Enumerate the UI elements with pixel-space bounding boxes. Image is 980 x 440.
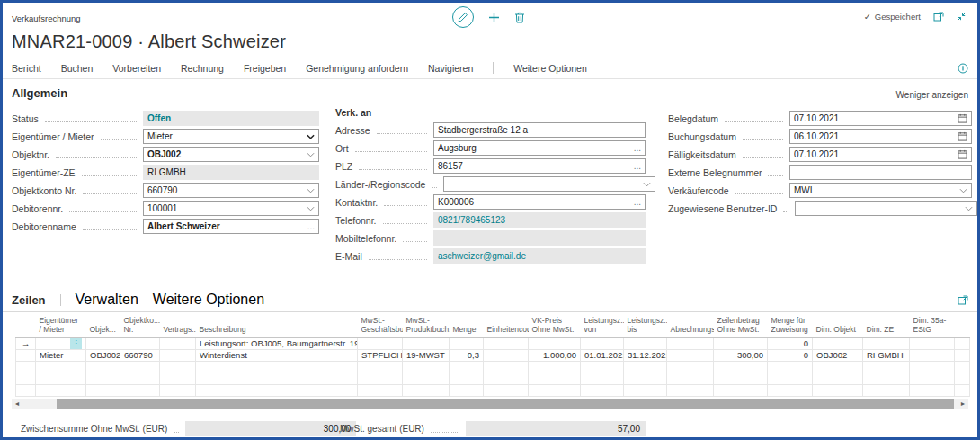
empty-cell[interactable] (160, 373, 196, 384)
horizontal-scrollbar[interactable]: ◄ ► (12, 399, 968, 409)
empty-cell[interactable] (768, 384, 813, 396)
header-owner-tenant[interactable]: Eigentümer / Mieter (36, 316, 86, 337)
empty-cell[interactable] (529, 384, 581, 396)
lines-section-title[interactable]: Zeilen (12, 293, 46, 307)
cell-service-from[interactable]: 01.01.2021 (581, 349, 624, 361)
chevron-down-icon[interactable] (959, 188, 967, 193)
header-billing[interactable]: Abrechnungs... (667, 316, 714, 337)
breadcrumb[interactable]: Verkaufsrechnung (12, 13, 81, 23)
collapse-icon[interactable] (957, 12, 967, 22)
object-no-field[interactable]: OBJ002 (143, 147, 319, 162)
calendar-icon[interactable] (958, 113, 967, 123)
calendar-icon[interactable] (958, 131, 967, 141)
empty-cell[interactable] (910, 373, 955, 384)
header-unit-price[interactable]: VK-Preis Ohne MwSt. (529, 316, 581, 337)
header-service-to[interactable]: Leistungsz... bis (624, 316, 667, 337)
cell-dim-object[interactable] (813, 337, 863, 349)
cell-unit-code[interactable] (484, 337, 529, 349)
empty-cell[interactable] (450, 361, 484, 373)
empty-cell[interactable] (120, 361, 160, 373)
document-date-field[interactable]: 07.10.2021 (789, 111, 972, 126)
empty-cell[interactable] (667, 373, 714, 384)
header-dim-object[interactable]: Dim. Objekt (813, 316, 863, 337)
row-selector[interactable] (16, 384, 36, 396)
empty-cell[interactable] (36, 384, 86, 396)
empty-cell[interactable] (358, 373, 403, 384)
chevron-down-icon[interactable] (965, 206, 973, 211)
empty-cell[interactable] (581, 373, 624, 384)
empty-cell[interactable] (36, 361, 86, 373)
empty-cell[interactable] (581, 384, 624, 396)
row-selector[interactable]: → (16, 337, 36, 349)
show-less-link[interactable]: Weniger anzeigen (896, 90, 968, 100)
menu-genehmigung[interactable]: Genehmigung anfordern (306, 63, 408, 74)
header-qty[interactable]: Menge (450, 316, 484, 337)
empty-cell[interactable] (529, 361, 581, 373)
cell-billing[interactable] (667, 337, 714, 349)
header-description[interactable]: Beschreibung (196, 316, 358, 337)
menu-rechnung[interactable]: Rechnung (181, 63, 224, 74)
ellipsis-lookup-icon[interactable]: ... (634, 197, 641, 207)
row-selector[interactable] (16, 349, 36, 361)
row-selector[interactable] (16, 361, 36, 373)
empty-cell[interactable] (160, 384, 196, 396)
menu-navigieren[interactable]: Navigieren (428, 63, 473, 74)
cell-contract[interactable] (160, 337, 196, 349)
empty-cell[interactable] (714, 373, 768, 384)
menu-more-options[interactable]: Weitere Optionen (513, 63, 587, 74)
header-contract[interactable]: Vertrags... (160, 316, 196, 337)
menu-buchen[interactable]: Buchen (61, 63, 94, 74)
cell-object[interactable] (86, 337, 120, 349)
chevron-down-icon[interactable] (307, 152, 315, 157)
empty-cell[interactable] (358, 384, 403, 396)
empty-cell[interactable] (36, 373, 86, 384)
assigned-user-field[interactable] (795, 201, 977, 216)
object-account-field[interactable]: 660790 (143, 183, 319, 198)
city-field[interactable]: Augsburg... (433, 140, 646, 156)
empty-cell[interactable] (714, 384, 768, 396)
cell-billing[interactable] (667, 349, 714, 361)
header-dim-35a[interactable]: Dim. 35a-EStG (910, 316, 955, 337)
scroll-left-icon[interactable]: ◄ (12, 399, 22, 409)
empty-cell[interactable] (86, 384, 120, 396)
phone-field[interactable]: 0821/789465123 (433, 212, 646, 228)
empty-cell[interactable] (813, 384, 863, 396)
empty-cell[interactable] (358, 361, 403, 373)
email-field[interactable]: aschweizer@gmail.de (433, 248, 646, 264)
scroll-right-icon[interactable]: ► (958, 399, 968, 409)
header-unit-code[interactable]: Einheitencode (484, 316, 529, 337)
salesperson-field[interactable]: MWI (789, 183, 972, 198)
empty-cell[interactable] (529, 373, 581, 384)
empty-cell[interactable] (910, 361, 955, 373)
empty-cell[interactable] (863, 361, 910, 373)
empty-cell[interactable] (624, 384, 667, 396)
empty-cell[interactable] (863, 373, 910, 384)
cell-service-to[interactable] (624, 337, 667, 349)
address-field[interactable]: Stadbergerstraße 12 a (433, 122, 646, 138)
delete-button[interactable] (514, 12, 525, 23)
header-line-amount[interactable]: Zeilenbetrag Ohne MwSt. (714, 316, 768, 337)
empty-cell[interactable] (813, 361, 863, 373)
customer-name-field[interactable]: Albert Schweizer... (143, 219, 319, 234)
empty-cell[interactable] (403, 384, 450, 396)
empty-cell[interactable] (667, 384, 714, 396)
postcode-field[interactable]: 86157... (433, 158, 646, 174)
cell-dim-ze[interactable] (863, 337, 910, 349)
header-qty-allocation[interactable]: Menge für Zuweisung (768, 316, 813, 337)
header-vat-prod[interactable]: MwSt.- Produktbuch... (403, 316, 450, 337)
menu-vorbereiten[interactable]: Vorbereiten (112, 63, 161, 74)
chevron-down-icon[interactable] (307, 134, 315, 139)
empty-cell[interactable] (403, 361, 450, 373)
posting-date-field[interactable]: 06.10.2021 (789, 129, 972, 144)
ellipsis-lookup-icon[interactable]: ... (634, 143, 641, 153)
empty-cell[interactable] (196, 361, 358, 373)
owner-tenant-select[interactable]: Mieter (143, 129, 319, 144)
customer-no-field[interactable]: 100001 (143, 201, 319, 216)
header-vat-bus[interactable]: MwSt.- Geschäftsbuc... (358, 316, 403, 337)
cell-line-amount[interactable]: 300,00 (714, 349, 768, 361)
cell-service-to[interactable]: 31.12.2021 (624, 349, 667, 361)
cell-qty-allocation[interactable]: 0 (768, 337, 813, 349)
empty-cell[interactable] (484, 384, 529, 396)
empty-cell[interactable] (196, 373, 358, 384)
empty-cell[interactable] (624, 373, 667, 384)
